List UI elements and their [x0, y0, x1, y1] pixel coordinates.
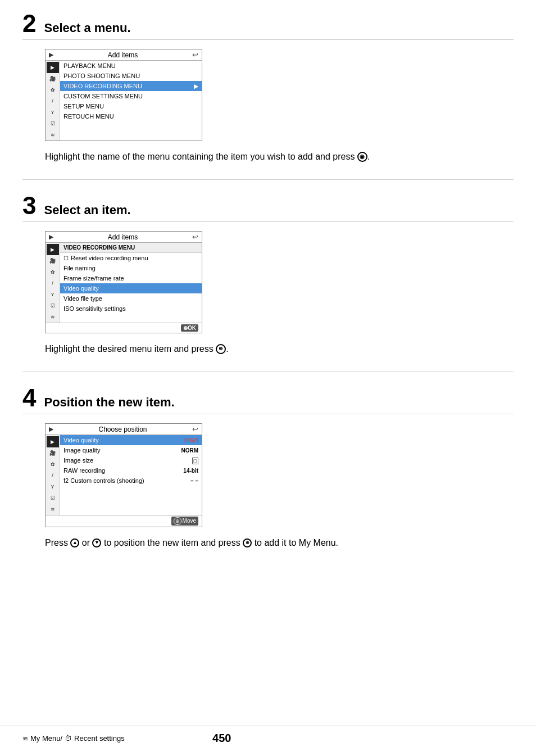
menu-bottombar-4: ⊕Move: [46, 515, 202, 527]
menu-row3-reset: ☐ Reset video recording menu: [60, 253, 202, 263]
divider-3-4: [22, 372, 514, 372]
footer-recent-icon: ⏱: [65, 734, 72, 743]
footer-left-label: My Menu/: [30, 734, 62, 743]
menu-row3-naming: File naming: [60, 263, 202, 273]
menu-row4-quality: Video quality HIGH: [60, 435, 202, 445]
section-2: 2 Select a menu. ▶ Add items ↩ ▶ 🎥 ✿ / Y…: [22, 11, 514, 164]
menu-row-video: VIDEO RECORDING MENU ▶: [60, 81, 202, 91]
menu-row-playback: PLAYBACK MENU: [60, 61, 202, 71]
section-3-header: 3 Select an item.: [22, 193, 514, 222]
ok-icon-3: ⊛: [216, 344, 226, 354]
sidebar3-retouch: ≋: [47, 311, 59, 323]
section-4-description: Press ▲ or ▼ to position the new item an…: [45, 536, 514, 550]
section-2-number: 2: [22, 11, 36, 36]
sidebar4-pencil: /: [47, 470, 59, 481]
menu-sublabel-row: VIDEO RECORDING MENU: [60, 243, 202, 253]
menu-body-2: ▶ 🎥 ✿ / Y ☑ ≋ PLAYBACK MENU PHOTO SHOOTI…: [46, 61, 202, 141]
sidebar4-camera: 🎥: [47, 447, 59, 459]
section-4-or: or: [82, 538, 93, 547]
menu-row4-raw-label: RAW recording: [63, 467, 105, 474]
section-3-desc-end: .: [226, 344, 228, 354]
menu-icon-3: ▶: [49, 233, 53, 241]
section-3: 3 Select an item. ▶ Add items ↩ ▶ 🎥 ✿ / …: [22, 193, 514, 356]
ok-icon-4: ⊛: [243, 538, 252, 547]
menu-row3-filetype: Video file type: [60, 293, 202, 304]
multi-selector-icon-2: ◉: [357, 152, 367, 162]
menu-row4-custom: f2 Custom controls (shooting) – –: [60, 476, 202, 486]
menu-top-label-3: Add items: [108, 233, 138, 241]
sidebar3-photo: ✿: [47, 266, 59, 278]
menu-sidebar-2: ▶ 🎥 ✿ / Y ☑ ≋: [46, 61, 60, 141]
menu-row-retouch-label: RETOUCH MENU: [63, 113, 114, 120]
circle-move-icon: ⊕: [174, 517, 181, 525]
menu-row4-imgquality-label: Image quality: [63, 447, 100, 454]
menu-row3-reset-label: Reset video recording menu: [71, 255, 148, 261]
menu-row4-imgsize-label: Image size: [63, 457, 93, 464]
menu-row-playback-label: PLAYBACK MENU: [63, 62, 116, 69]
menu-row-photo-label: PHOTO SHOOTING MENU: [63, 73, 140, 79]
menu-row3-frame-label: Frame size/frame rate: [63, 275, 124, 282]
page-footer: ≋ My Menu/ ⏱ Recent settings 450: [0, 726, 536, 745]
footer-right-label: Recent settings: [74, 734, 125, 743]
sidebar3-playback: ▶: [47, 244, 59, 255]
menu-top-label-2: Add items: [108, 51, 138, 59]
section-2-desc-end: .: [367, 152, 370, 161]
section-4-number: 4: [22, 386, 36, 410]
my-menu-icon: ≋: [22, 735, 28, 743]
section-4-press: Press: [45, 538, 68, 547]
section-4-header: 4 Position the new item.: [22, 386, 514, 414]
menu-row4-empty: [60, 486, 202, 496]
menu-row-photo: PHOTO SHOOTING MENU: [60, 71, 202, 81]
menu-content-4: Video quality HIGH Image quality NORM Im…: [60, 435, 202, 515]
menu-row4-imgquality-value: NORM: [181, 447, 198, 454]
menu-row4-custom-value: – –: [190, 478, 198, 484]
menu-row3-frame: Frame size/frame rate: [60, 273, 202, 283]
sidebar4-check: ☑: [47, 492, 59, 504]
menu-top-label-4: Choose position: [98, 425, 147, 433]
divider-2-3: [22, 179, 514, 180]
menu-row3-naming-label: File naming: [63, 265, 96, 271]
menu-row4-raw-value: 14-bit: [183, 468, 198, 474]
move-badge-4: ⊕Move: [171, 517, 198, 526]
menu-row-setup: SETUP MENU: [60, 101, 202, 111]
menu-topbar-2: ▶ Add items ↩: [46, 49, 202, 61]
sidebar4-playback: ▶: [47, 436, 59, 447]
sidebar-retouch: ≋: [47, 129, 59, 141]
section-3-title: Select an item.: [44, 203, 130, 218]
menu-row3-iso-label: ISO sensitivity settings: [63, 305, 126, 312]
footer-page-number: 450: [125, 732, 319, 745]
menu-row-video-arrow: ▶: [194, 83, 198, 90]
menu-body-4: ▶ 🎥 ✿ / Y ☑ ≋ Video quality HIGH Image q…: [46, 435, 202, 515]
menu-row3-quality: Video quality: [60, 283, 202, 293]
menu-body-3: ▶ 🎥 ✿ / Y ☑ ≋ VIDEO RECORDING MENU ☐ Res…: [46, 243, 202, 323]
menu-row-video-label: VIDEO RECORDING MENU: [63, 83, 142, 89]
sidebar-pencil: /: [47, 96, 59, 107]
sidebar3-y: Y: [47, 289, 59, 300]
ok-badge-3: ⊛OK: [181, 324, 198, 332]
sidebar-check: ☑: [47, 118, 59, 129]
section-4-title: Position the new item.: [44, 395, 174, 410]
menu-row-custom-label: CUSTOM SETTINGS MENU: [63, 93, 143, 99]
down-arrow-icon: ▼: [92, 538, 101, 547]
sidebar4-photo: ✿: [47, 459, 59, 470]
menu-icon-4: ▶: [49, 425, 53, 433]
sidebar-y: Y: [47, 107, 59, 118]
menu-screenshot-3: ▶ Add items ↩ ▶ 🎥 ✿ / Y ☑ ≋ VIDEO RECORD…: [45, 231, 202, 333]
section-2-desc-text: Highlight the name of the menu containin…: [45, 152, 357, 161]
menu-content-3: VIDEO RECORDING MENU ☐ Reset video recor…: [60, 243, 202, 323]
section-2-description: Highlight the name of the menu containin…: [45, 150, 514, 164]
footer-left: ≋ My Menu/ ⏱ Recent settings: [22, 734, 125, 743]
menu-icon-2: ▶: [49, 51, 53, 58]
menu-row4-imgsize: Image size □: [60, 455, 202, 465]
sidebar-camera: 🎥: [47, 73, 59, 84]
menu-screenshot-2: ▶ Add items ↩ ▶ 🎥 ✿ / Y ☑ ≋ PLAYBACK MEN…: [45, 49, 202, 141]
back-icon-4: ↩: [192, 425, 198, 433]
section-3-description: Highlight the desired menu item and pres…: [45, 342, 514, 356]
sidebar4-y: Y: [47, 481, 59, 492]
menu-row3-filetype-label: Video file type: [63, 295, 102, 302]
menu-sublabel-text: VIDEO RECORDING MENU: [63, 245, 135, 251]
menu-row4-quality-label: Video quality: [63, 437, 99, 443]
section-2-header: 2 Select a menu.: [22, 11, 514, 40]
sidebar-playback: ▶: [47, 62, 59, 73]
menu-row4-imgquality: Image quality NORM: [60, 445, 202, 455]
